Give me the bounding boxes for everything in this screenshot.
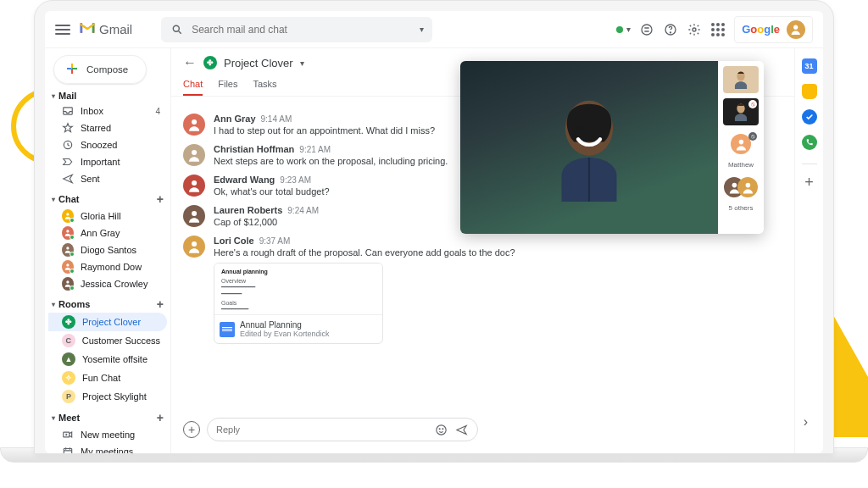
add-icon[interactable]: + — [157, 297, 164, 311]
next-page-chevron-icon[interactable]: › — [804, 414, 808, 430]
room-name: Fun Chat — [82, 373, 120, 383]
room-icon: C — [62, 334, 75, 347]
chat-person[interactable]: Diogo Santos — [48, 241, 167, 258]
add-addon-icon[interactable]: + — [802, 175, 817, 190]
room-item[interactable]: ✤Project Clover — [48, 313, 167, 331]
tab-tasks[interactable]: Tasks — [253, 75, 276, 96]
presence-dot-icon — [70, 252, 75, 257]
svg-point-21 — [439, 428, 440, 429]
section-meet[interactable]: ▾Meet+ — [52, 411, 164, 424]
svg-point-11 — [66, 264, 69, 267]
chat-person[interactable]: Raymond Dow — [48, 258, 167, 275]
participant-avatar-tile[interactable]: ⦸ — [723, 130, 759, 158]
back-arrow-icon[interactable]: ← — [183, 55, 197, 70]
message-author: Christian Hoffman — [214, 144, 294, 154]
meet-item[interactable]: My meetings — [48, 443, 167, 453]
doc-attachment[interactable]: Annual planningOverview━━━━━━━━━━━━━━━━G… — [214, 263, 383, 344]
participant-video-tile[interactable]: ⦸ — [723, 98, 759, 125]
apps-grid-icon[interactable] — [710, 22, 726, 37]
status-selector[interactable]: ▾ — [616, 25, 631, 34]
nav-inbox[interactable]: Inbox4 — [48, 103, 167, 119]
section-rooms[interactable]: ▾Rooms+ — [52, 297, 164, 311]
add-icon[interactable]: + — [157, 192, 164, 206]
message-time: 9:23 AM — [280, 175, 311, 185]
emoji-icon[interactable] — [433, 422, 448, 437]
account-box[interactable]: Google — [734, 16, 813, 43]
participant-main — [542, 92, 636, 203]
chat-person[interactable]: Jessica Crowley — [48, 275, 167, 292]
svg-point-1 — [642, 25, 652, 35]
message-time: 9:37 AM — [259, 236, 291, 246]
svg-point-17 — [192, 180, 197, 186]
nav-label: Inbox — [81, 106, 103, 116]
message-text: Ok, what's our total budget? — [214, 186, 330, 197]
person-name: Jessica Crowley — [81, 279, 147, 289]
reply-input[interactable] — [216, 424, 428, 435]
keep-icon[interactable] — [802, 84, 817, 99]
chat-person[interactable]: Gloria Hill — [48, 208, 167, 225]
room-name: Customer Success — [82, 336, 160, 346]
room-item[interactable]: ▲Yosemite offsite — [48, 350, 167, 369]
clock-icon — [62, 139, 74, 151]
laptop-frame: Gmail ▾ ▾ Google Compose ▾Mail — [34, 0, 834, 454]
add-icon[interactable]: + — [157, 411, 164, 424]
nav-important[interactable]: Important — [48, 153, 167, 170]
message-author: Lori Cole — [214, 236, 254, 246]
tab-chat[interactable]: Chat — [183, 75, 203, 96]
compose-button[interactable]: Compose — [53, 55, 147, 84]
inbox-icon — [62, 105, 74, 117]
participant-video-tile[interactable] — [723, 66, 759, 93]
phone-icon[interactable] — [802, 135, 817, 150]
svg-point-30 — [745, 182, 750, 187]
search-bar[interactable]: ▾ — [161, 17, 432, 42]
room-item[interactable]: PProject Skylight — [48, 387, 167, 406]
tune-icon[interactable] — [639, 22, 654, 37]
participants-overflow[interactable] — [723, 174, 759, 201]
message-time: 9:24 AM — [287, 206, 319, 215]
message-text: I had to step out for an appointment. Wh… — [214, 125, 435, 136]
tab-files[interactable]: Files — [218, 75, 237, 96]
avatar — [737, 177, 758, 197]
chevron-down-icon: ▾ — [52, 196, 55, 203]
doc-subtitle: Edited by Evan Kortendick — [240, 330, 330, 338]
send-icon[interactable] — [453, 422, 469, 437]
search-icon — [170, 22, 185, 37]
room-name: Yosemite offsite — [82, 354, 147, 364]
nav-snoozed[interactable]: Snoozed — [48, 136, 167, 153]
person-avatar — [62, 278, 74, 290]
help-icon[interactable] — [663, 22, 678, 37]
meet-item[interactable]: New meeting — [48, 426, 167, 443]
star-icon — [62, 122, 74, 134]
reply-box[interactable] — [207, 418, 478, 441]
svg-point-22 — [442, 428, 442, 429]
room-item[interactable]: ✧Fun Chat — [48, 369, 167, 387]
doc-title: Annual Planning — [240, 320, 330, 330]
room-item[interactable]: CCustomer Success — [48, 331, 167, 350]
nav-starred[interactable]: Starred — [48, 119, 167, 136]
gmail-logo[interactable]: Gmail — [79, 21, 132, 37]
nav-label: New meeting — [81, 430, 135, 440]
compose-label: Compose — [86, 64, 128, 75]
calendar-icon[interactable]: 31 — [802, 58, 817, 74]
search-input[interactable] — [192, 24, 413, 36]
chevron-down-icon[interactable]: ▾ — [300, 58, 304, 68]
tasks-icon[interactable] — [802, 109, 817, 125]
video-call-window[interactable]: ⦸⦸Matthew5 others — [460, 61, 764, 234]
gear-icon[interactable] — [687, 22, 702, 37]
participant-name: Matthew — [728, 161, 754, 169]
google-wordmark: Google — [742, 23, 780, 36]
add-attachment-icon[interactable]: + — [183, 421, 200, 438]
plus-icon — [64, 61, 80, 78]
section-chat[interactable]: ▾Chat+ — [52, 192, 164, 206]
presence-dot-icon — [70, 235, 75, 240]
video-plus-icon — [62, 429, 74, 441]
person-avatar — [62, 227, 74, 239]
hamburger-menu-icon[interactable] — [55, 25, 70, 35]
message-text: Here's a rough draft of the proposal. Ca… — [214, 247, 515, 258]
nav-sent[interactable]: Sent — [48, 170, 167, 187]
chat-person[interactable]: Ann Gray — [48, 225, 167, 241]
chevron-down-icon[interactable]: ▾ — [420, 25, 424, 34]
gmail-wordmark: Gmail — [99, 22, 132, 36]
message-avatar — [183, 205, 205, 227]
section-mail[interactable]: ▾Mail — [52, 91, 164, 101]
